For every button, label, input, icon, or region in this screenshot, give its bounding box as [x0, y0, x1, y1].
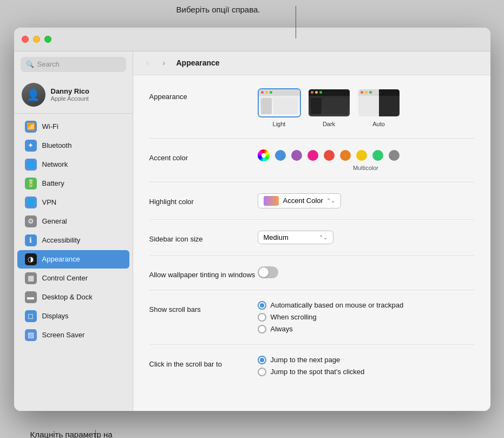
- preview-light-bg: [259, 89, 300, 116]
- sidebar-label-accessibility: Accessibility: [42, 236, 81, 244]
- search-icon: 🔍: [26, 61, 34, 68]
- maximize-button[interactable]: [44, 36, 51, 43]
- scroll-bars-scrolling-radio: [258, 313, 266, 322]
- scroll-bars-auto[interactable]: Automatically based on mouse or trackpad: [258, 301, 474, 310]
- forward-icon: ›: [162, 58, 165, 67]
- sidebar-label-appearance: Appearance: [42, 255, 80, 263]
- sidebar-item-accessibility[interactable]: ℹ Accessibility: [17, 231, 129, 250]
- general-icon: ⚙: [25, 215, 37, 227]
- wallpaper-tinting-control: [258, 266, 474, 278]
- highlight-color-dropdown[interactable]: Accent Color ⌃⌄: [258, 193, 341, 208]
- highlight-color-row: Highlight color Accent Color ⌃⌄: [149, 193, 474, 220]
- desktopdock-icon: ▬: [25, 291, 37, 303]
- sidebar-label-desktopdock: Desktop & Dock: [42, 293, 93, 301]
- highlight-color-swatch: [264, 196, 279, 206]
- avatar-image: 👤: [22, 83, 45, 107]
- appearance-preview-auto: [357, 88, 401, 117]
- content-body: Appearance: [133, 75, 490, 411]
- wallpaper-tinting-toggle[interactable]: [258, 266, 278, 278]
- annotation-bottom: Клацніть параметр на боковій панелі.: [30, 429, 113, 439]
- sidebar-icon-size-arrow: ⌃⌄: [319, 234, 328, 240]
- network-icon: 🌐: [25, 159, 37, 171]
- scroll-click-radio-group: Jump to the next page Jump to the spot t…: [258, 356, 474, 376]
- scroll-click-row: Click in the scroll bar to Jump to the n…: [149, 356, 474, 387]
- sidebar-item-controlcenter[interactable]: ▦ Control Center: [17, 269, 129, 287]
- preview-dark-dot-yellow: [315, 91, 318, 94]
- appearance-option-auto-label: Auto: [372, 121, 385, 127]
- sidebar-item-vpn[interactable]: 🌐 VPN: [17, 193, 129, 212]
- appearance-option-dark-label: Dark: [323, 121, 335, 127]
- sidebar-item-displays[interactable]: ◻ Displays: [17, 307, 129, 325]
- appearance-icon: ◑: [25, 253, 37, 265]
- sidebar-item-general[interactable]: ⚙ General: [17, 212, 129, 231]
- page-title: Appearance: [176, 58, 220, 67]
- accessibility-icon: ℹ: [25, 234, 37, 246]
- accent-multicolor[interactable]: [258, 149, 270, 161]
- appearance-option-auto[interactable]: Auto: [357, 88, 401, 127]
- sidebar-item-bluetooth[interactable]: ✦ Bluetooth: [17, 136, 129, 155]
- sidebar-item-appearance[interactable]: ◑ Appearance: [17, 250, 129, 269]
- sidebar-label-controlcenter: Control Center: [42, 274, 88, 282]
- accent-color-control: Multicolor: [258, 149, 474, 171]
- sidebar-icon-size-dropdown[interactable]: Medium ⌃⌄: [258, 231, 333, 244]
- appearance-options: Light: [258, 88, 474, 127]
- search-box[interactable]: 🔍 Search: [21, 57, 126, 72]
- accent-orange[interactable]: [340, 150, 351, 161]
- search-container: 🔍 Search: [14, 51, 133, 77]
- back-button[interactable]: ‹: [142, 57, 154, 69]
- sidebar-item-battery[interactable]: 🔋 Battery: [17, 174, 129, 193]
- accent-graphite[interactable]: [389, 150, 400, 161]
- scroll-bars-always-radio: [258, 325, 266, 334]
- accent-color-row: Accent color: [149, 149, 474, 182]
- appearance-preview-light: [258, 88, 301, 117]
- preview-auto-dot-red: [361, 91, 363, 94]
- accent-pink[interactable]: [307, 150, 318, 161]
- preview-dark-main: [323, 98, 348, 114]
- sidebar-item-wifi[interactable]: 📶 Wi-Fi: [17, 117, 129, 136]
- scroll-bars-row: Show scroll bars Automatically based on …: [149, 301, 474, 345]
- sidebar-item-network[interactable]: 🌐 Network: [17, 155, 129, 174]
- sidebar-item-screensaver[interactable]: ▨ Screen Saver: [17, 326, 129, 344]
- scroll-bars-scrolling-label: When scrolling: [271, 313, 317, 321]
- appearance-option-light[interactable]: Light: [258, 88, 301, 127]
- accent-blue[interactable]: [275, 150, 286, 161]
- bluetooth-icon: ✦: [25, 140, 37, 152]
- battery-icon: 🔋: [25, 178, 37, 189]
- scroll-bars-scrolling[interactable]: When scrolling: [258, 313, 474, 322]
- accent-purple[interactable]: [291, 150, 302, 161]
- preview-sidebar-block: [261, 98, 272, 114]
- appearance-preview-dark: [307, 88, 351, 117]
- user-name: Danny Rico: [51, 87, 90, 95]
- preview-dot-yellow: [265, 91, 268, 94]
- preview-light-content: [259, 96, 300, 116]
- scroll-bars-auto-radio: [258, 301, 266, 310]
- accent-green[interactable]: [372, 150, 383, 161]
- sidebar-label-displays: Displays: [42, 312, 69, 320]
- wallpaper-tinting-row: Allow wallpaper tinting in windows: [149, 266, 474, 290]
- scroll-bars-always-label: Always: [271, 325, 293, 333]
- minimize-button[interactable]: [33, 36, 40, 43]
- sidebar-item-desktopdock[interactable]: ▬ Desktop & Dock: [17, 288, 129, 306]
- scroll-bars-always[interactable]: Always: [258, 325, 474, 334]
- user-profile[interactable]: 👤 Danny Rico Apple Account: [14, 77, 133, 114]
- vpn-icon: 🌐: [25, 197, 37, 208]
- scroll-click-spot[interactable]: Jump to the spot that's clicked: [258, 368, 474, 376]
- preview-dark-sidebar: [311, 98, 322, 114]
- scroll-bars-label: Show scroll bars: [149, 301, 258, 313]
- close-button[interactable]: [22, 36, 29, 43]
- preview-auto-dot-green: [369, 91, 372, 94]
- highlight-color-value: Accent Color: [283, 197, 323, 205]
- scroll-click-nextpage-label: Jump to the next page: [271, 356, 341, 364]
- highlight-color-label: Highlight color: [149, 193, 258, 206]
- sidebar-label-battery: Battery: [42, 179, 64, 187]
- preview-dark-dot-red: [311, 91, 313, 94]
- forward-button[interactable]: ›: [158, 57, 170, 69]
- scroll-click-nextpage[interactable]: Jump to the next page: [258, 356, 474, 364]
- avatar: 👤: [22, 83, 45, 107]
- accent-red[interactable]: [324, 150, 335, 161]
- wallpaper-tinting-label: Allow wallpaper tinting in windows: [149, 266, 258, 279]
- appearance-option-dark[interactable]: Dark: [307, 88, 351, 127]
- sidebar-label-bluetooth: Bluetooth: [42, 141, 72, 149]
- preview-dark-bar: [309, 89, 350, 96]
- accent-yellow[interactable]: [356, 150, 367, 161]
